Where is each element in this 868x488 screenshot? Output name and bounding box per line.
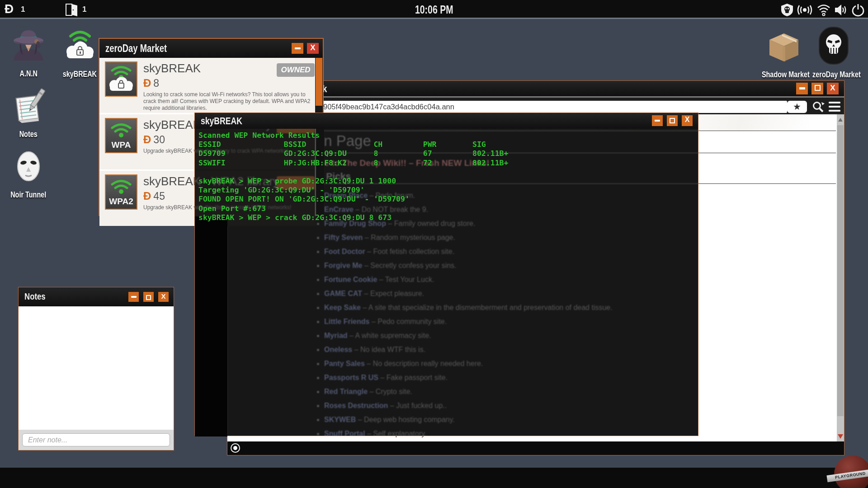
notes-maximize-button[interactable] <box>143 292 154 302</box>
record-dot <box>233 446 237 450</box>
scrollbar-thumb[interactable] <box>837 125 844 416</box>
wifi-icon[interactable] <box>816 3 831 19</box>
product-icon-skybreak <box>105 61 137 97</box>
record-button[interactable] <box>231 443 240 453</box>
desktop-label-notes: Notes <box>5 129 52 139</box>
zeroday-minimize-button[interactable] <box>292 43 303 54</box>
star-icon: ★ <box>793 102 801 112</box>
desktop-label-skybreak: skyBREAK <box>57 69 103 79</box>
desktop-label-zeroday-market: zeroDay Market <box>806 70 863 80</box>
shadow-market-box-icon <box>766 30 802 62</box>
scroll-up-arrow[interactable] <box>838 118 843 122</box>
terminal-close-button[interactable]: X <box>682 115 693 126</box>
zeroday-skull-icon <box>818 26 849 65</box>
product-name: skyBREAK <box>143 61 201 75</box>
terminal-maximize-button[interactable] <box>667 115 678 126</box>
skybreak-terminal-window: skyBREAK X Scanned WEP Network Results E… <box>194 113 698 436</box>
noir-mask-icon <box>14 149 42 184</box>
terminal-body-opaque-region <box>195 216 227 436</box>
product-description: Looking to crack some local Wi-Fi networ… <box>143 91 317 112</box>
top-status-bar: Ð 1 1 10:06 PM <box>0 0 868 19</box>
taskbar[interactable] <box>0 468 868 488</box>
bookmark-star-button[interactable]: ★ <box>787 101 807 113</box>
shield-security-icon[interactable] <box>781 3 793 19</box>
playground-logo: PLAYGROUND <box>834 455 868 488</box>
doscoin-price-icon: Ð <box>143 190 151 202</box>
owned-badge: OWNED <box>277 63 315 77</box>
notes-icon <box>12 87 47 124</box>
skybreak-cloud-icon <box>62 26 98 61</box>
desktop-label-shadow-market: Shadow Market <box>755 70 813 80</box>
svg-text:WPA: WPA <box>112 140 131 150</box>
desktop-icon-noir-tunnel[interactable] <box>14 149 42 186</box>
notes-close-button[interactable]: X <box>158 292 169 302</box>
desktop-icon-zeroday-market[interactable] <box>818 26 849 67</box>
search-zoom-icon[interactable] <box>811 100 825 116</box>
product-price: 30 <box>151 134 165 145</box>
desktop-label-noir-tunnel: Noir Tunnel <box>3 190 54 200</box>
zeroday-close-button[interactable]: X <box>307 43 319 54</box>
notes-input-strip <box>19 430 174 450</box>
product-price: 45 <box>151 190 165 202</box>
speaker-icon[interactable] <box>834 3 848 19</box>
terminal-title: skyBREAK <box>201 115 242 127</box>
power-icon[interactable] <box>852 3 864 19</box>
ann-detective-icon <box>11 25 46 61</box>
browser-scrollbar[interactable] <box>837 114 844 442</box>
svg-text:WPA2: WPA2 <box>109 197 133 206</box>
menu-hamburger-icon[interactable] <box>829 101 840 114</box>
doscoin-price-icon: Ð <box>143 77 151 89</box>
desktop-label-ann: A.N.N <box>5 69 52 79</box>
doscoin-price-icon: Ð <box>143 133 151 145</box>
terminal-output: Scanned WEP Network Results ESSID BSSID … <box>198 131 508 222</box>
zeroday-title: zeroDay Market <box>105 42 167 55</box>
note-input[interactable] <box>22 433 170 446</box>
product-icon-wpa2: WPA2 <box>105 174 137 210</box>
desktop-icon-shadow-market[interactable] <box>766 30 802 64</box>
browser-minimize-button[interactable] <box>796 83 808 94</box>
product-card-skybreak[interactable]: skyBREAK Ð8 OWNED Looking to crack some … <box>99 58 316 113</box>
terminal-minimize-button[interactable] <box>652 115 663 126</box>
terminal-titlebar[interactable]: skyBREAK X <box>195 113 698 129</box>
clock: 10:06 PM <box>0 3 868 16</box>
desktop-icon-skybreak[interactable] <box>62 26 98 63</box>
broadcast-icon[interactable] <box>797 3 812 19</box>
notes-window: Notes X <box>18 287 174 450</box>
notes-minimize-button[interactable] <box>128 292 139 302</box>
desktop-icon-ann[interactable] <box>11 25 46 62</box>
notes-titlebar[interactable]: Notes X <box>19 287 174 306</box>
browser-close-button[interactable]: X <box>827 83 839 94</box>
notes-title: Notes <box>24 291 46 302</box>
zeroday-titlebar[interactable]: zeroDay Market X <box>99 39 323 58</box>
product-icon-wpa: WPA <box>105 118 137 153</box>
product-price: 8 <box>151 77 159 89</box>
scroll-down-arrow[interactable] <box>838 434 843 439</box>
notes-body[interactable] <box>19 306 174 430</box>
zeroday-scrollbar-thumb[interactable] <box>316 58 322 106</box>
desktop-icon-notes[interactable] <box>12 87 47 126</box>
browser-bottom-bar <box>227 441 844 455</box>
browser-maximize-button[interactable] <box>811 83 823 94</box>
